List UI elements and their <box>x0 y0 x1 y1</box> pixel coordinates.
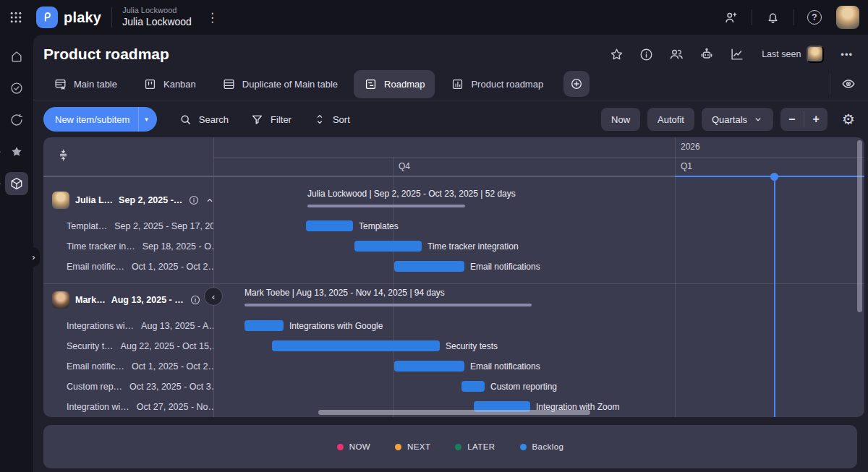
topbar: plaky Julia Lockwood Julia Lockwood ⋮ ? <box>0 0 868 35</box>
item-row[interactable]: Email notific… Oct 1, 2025 - Oct 2… <box>43 357 213 376</box>
gridline-year <box>675 137 676 417</box>
last-seen-label: Last seen <box>762 49 801 59</box>
sidebar-expand-chevron[interactable]: › <box>27 247 40 267</box>
search-button[interactable]: Search <box>179 113 229 126</box>
eye-icon[interactable] <box>838 73 859 95</box>
group-row[interactable]: Julia L… Sep 2, 2025 -… <box>43 189 213 211</box>
add-view-icon[interactable] <box>563 71 590 97</box>
my-tasks-check-icon[interactable] <box>5 77 28 100</box>
favorites-star-icon[interactable]: › <box>5 140 28 163</box>
mini-chevron-icon: › <box>0 180 1 187</box>
gantt-bar[interactable] <box>306 220 353 231</box>
more-options-icon[interactable]: ••• <box>837 46 856 64</box>
group-info-icon[interactable] <box>188 194 200 206</box>
tab-duplicate-main-table[interactable]: Duplicate of Main table <box>212 70 348 98</box>
tab-product-roadmap[interactable]: Product roadmap <box>441 70 553 98</box>
zoom-out-button[interactable]: – <box>780 108 804 131</box>
timeline-controls: Now Autofit Quartals – + ⚙ <box>601 108 858 131</box>
mini-chevron-icon: › <box>0 148 1 155</box>
gantt-bar[interactable] <box>394 361 464 372</box>
group-span-bar <box>307 205 465 207</box>
view-tabs: Main table Kanban Duplicate of Main tabl… <box>33 68 868 100</box>
last-seen-avatar[interactable] <box>807 46 824 63</box>
kanban-icon <box>143 77 157 91</box>
group-summary: Julia Lockwood | Sep 2, 2025 - Oct 23, 2… <box>307 189 516 199</box>
bar-chart-icon <box>451 77 464 91</box>
activity-chart-icon[interactable] <box>726 43 749 66</box>
tab-main-table[interactable]: Main table <box>43 70 127 98</box>
item-row[interactable]: Integrations wi… Aug 13, 2025 - A… <box>43 317 213 335</box>
help-icon[interactable]: ? <box>804 7 825 27</box>
table-icon <box>54 77 67 91</box>
workspace-switcher[interactable]: Julia Lockwood Julia Lockwood <box>122 6 192 28</box>
boards-cube-icon[interactable]: › <box>5 172 28 195</box>
gridline-quarter-row <box>213 157 864 158</box>
divider <box>111 7 112 27</box>
legend-panel: NOW NEXT LATER Backlog <box>43 425 857 468</box>
zoom-preset-dropdown[interactable]: Quartals <box>702 108 773 131</box>
invite-user-icon[interactable] <box>720 7 741 28</box>
group-info-icon[interactable] <box>190 294 201 306</box>
favorite-star-icon[interactable] <box>605 43 628 66</box>
legend-item: NEXT <box>395 442 430 451</box>
view-visibility <box>824 73 868 95</box>
gantt-bar-row: Templates <box>306 220 399 231</box>
automations-robot-icon[interactable] <box>695 43 718 66</box>
legend-item: LATER <box>455 442 495 451</box>
board-info-icon[interactable] <box>635 43 658 66</box>
group-collapse-chevron-icon[interactable] <box>204 194 213 206</box>
now-button[interactable]: Now <box>601 108 640 131</box>
settings-gear-icon[interactable]: ⚙ <box>839 108 858 131</box>
tab-kanban[interactable]: Kanban <box>133 70 206 98</box>
legend-dot-later <box>455 444 461 450</box>
gantt-bar-row: Integrations with Google <box>244 320 383 331</box>
kebab-menu-icon[interactable]: ⋮ <box>203 7 222 28</box>
gantt-bar[interactable] <box>354 241 422 252</box>
timeline-quarter-label: Q4 <box>399 161 410 171</box>
apps-grid-icon[interactable] <box>6 7 26 27</box>
gantt-bar[interactable] <box>394 261 464 272</box>
legend-dot-now <box>337 444 344 450</box>
zoom-in-button[interactable]: + <box>804 108 827 131</box>
collapse-all-icon[interactable] <box>54 147 72 166</box>
new-item-button[interactable]: New item/subitem ▾ <box>43 107 157 132</box>
item-row[interactable]: Email notific… Oct 1, 2025 - Oct 2… <box>43 257 213 276</box>
horizontal-scrollbar[interactable] <box>318 410 590 415</box>
tab-roadmap[interactable]: Roadmap <box>354 70 435 98</box>
search-icon <box>179 113 192 126</box>
item-row[interactable]: Security t… Aug 22, 2025 - Oct 15,… <box>43 337 213 356</box>
item-row[interactable]: Integration wi… Oct 27, 2025 - No… <box>43 398 213 416</box>
gantt-bar-row: Time tracker integration <box>354 241 519 252</box>
gantt-bar[interactable] <box>272 340 440 351</box>
sort-button[interactable]: Sort <box>313 113 350 126</box>
caret-down-icon: ▾ <box>138 107 157 132</box>
funnel-icon <box>250 113 264 126</box>
gantt-bar[interactable] <box>244 320 284 331</box>
now-marker-hline <box>675 176 864 177</box>
item-row[interactable]: Time tracker in… Sep 18, 2025 - O… <box>43 237 213 256</box>
gantt-bar[interactable] <box>461 381 485 392</box>
table-icon <box>222 77 236 91</box>
board-members-icon[interactable] <box>665 43 688 66</box>
panel-divider-line <box>213 137 214 417</box>
user-avatar[interactable] <box>836 6 859 29</box>
roadmap-icon <box>364 77 378 91</box>
panel-collapse-chevron[interactable]: ‹ <box>204 287 223 306</box>
gantt-bar-row: Custom reporting <box>461 381 557 392</box>
brand-name: plaky <box>64 9 101 26</box>
home-icon[interactable] <box>5 45 28 68</box>
notifications-bell-icon[interactable] <box>762 7 783 28</box>
item-row[interactable]: Templat… Sep 2, 2025 - Sep 17, 20… <box>43 217 213 236</box>
now-marker-vline <box>774 177 775 417</box>
timeline-year-label: 2026 <box>681 142 700 152</box>
board-content: Product roadmap Last seen <box>33 35 868 472</box>
recent-history-icon[interactable] <box>5 108 28 132</box>
legend-item: NOW <box>337 442 370 451</box>
item-row[interactable]: Custom rep… Oct 23, 2025 - Oct 3… <box>43 377 213 396</box>
vertical-scrollbar[interactable] <box>857 140 862 312</box>
filter-button[interactable]: Filter <box>250 113 292 126</box>
legend-item: Backlog <box>520 442 564 451</box>
timeline-quarter-label: Q1 <box>681 161 692 171</box>
autofit-button[interactable]: Autofit <box>647 108 694 131</box>
group-row[interactable]: Mark… Aug 13, 2025 - … <box>43 289 213 311</box>
